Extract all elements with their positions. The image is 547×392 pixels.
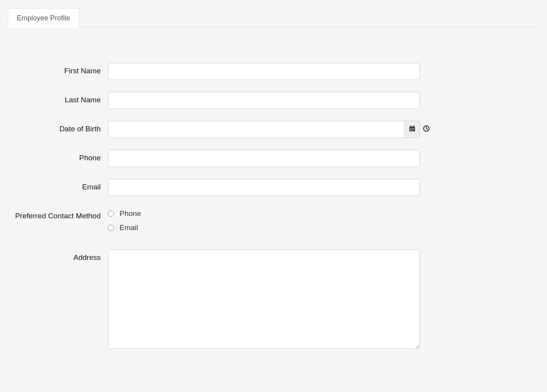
radio-label: Email [120, 223, 138, 232]
svg-rect-9 [410, 130, 411, 131]
preferred-contact-phone[interactable]: Phone [108, 209, 420, 218]
email-label: Email [8, 179, 108, 192]
time-picker-button[interactable] [420, 121, 433, 138]
preferred-contact-email-radio[interactable] [108, 225, 114, 231]
phone-input[interactable] [108, 150, 420, 167]
svg-rect-7 [412, 129, 413, 130]
svg-rect-5 [413, 128, 414, 129]
preferred-contact-label: Preferred Contact Method [8, 208, 108, 221]
preferred-contact-phone-radio[interactable] [108, 211, 114, 217]
svg-rect-8 [413, 129, 414, 130]
calendar-picker-button[interactable] [405, 121, 420, 138]
email-input[interactable] [108, 179, 420, 196]
address-label: Address [8, 249, 108, 263]
clock-icon [423, 125, 429, 134]
phone-label: Phone [8, 150, 108, 163]
address-textarea[interactable] [108, 249, 420, 349]
dob-input[interactable] [108, 121, 405, 138]
dob-input-group [108, 121, 433, 138]
preferred-contact-email[interactable]: Email [108, 223, 420, 232]
first-name-input[interactable] [108, 63, 420, 80]
tab-bar: Employee Profile [8, 8, 542, 27]
radio-label: Phone [120, 209, 141, 218]
svg-rect-6 [410, 129, 411, 130]
svg-rect-3 [410, 128, 411, 129]
last-name-label: Last Name [8, 92, 108, 105]
svg-rect-1 [410, 125, 411, 127]
first-name-label: First Name [8, 63, 108, 76]
svg-rect-10 [412, 130, 413, 131]
calendar-icon [409, 125, 415, 134]
tab-label: Employee Profile [17, 14, 70, 22]
tab-employee-profile[interactable]: Employee Profile [8, 8, 79, 28]
dob-label: Date of Birth [8, 121, 108, 134]
svg-rect-2 [413, 125, 414, 127]
form-panel: First Name Last Name Date of Birth [8, 27, 542, 351]
last-name-input[interactable] [108, 92, 420, 109]
svg-rect-4 [412, 128, 413, 129]
